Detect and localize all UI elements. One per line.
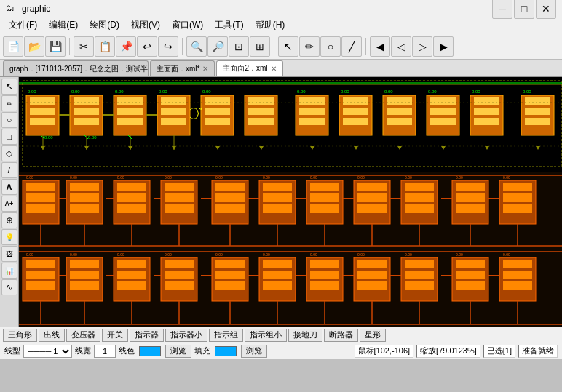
component-transformer[interactable]: 变压器 [66, 329, 100, 342]
svg-rect-103 [117, 193, 146, 202]
svg-rect-98 [70, 183, 99, 191]
tool-light[interactable]: 💡 [1, 229, 17, 245]
select-button[interactable]: ↖ [278, 36, 298, 57]
svg-text:0.00: 0.00 [70, 175, 77, 180]
svg-rect-210 [456, 271, 485, 279]
component-ground-knife[interactable]: 接地刀 [288, 329, 322, 342]
component-indicator-group-small[interactable]: 指示组小 [245, 329, 287, 342]
svg-text:0.00: 0.00 [263, 252, 270, 257]
menu-item-T[interactable]: 工具(T) [209, 17, 249, 33]
component-indicator[interactable]: 指示器 [130, 329, 164, 342]
component-switch[interactable]: 开关 [102, 329, 128, 342]
component-outline[interactable]: 出线 [39, 329, 65, 342]
tab-close-2[interactable]: ✕ [271, 65, 277, 73]
new-button[interactable]: 📄 [3, 36, 23, 57]
close-button[interactable]: ✕ [536, 0, 556, 19]
tool-cross[interactable]: ⊕ [1, 212, 17, 228]
svg-text:0.00: 0.00 [26, 175, 33, 180]
linetype-select[interactable]: ──── 1 [23, 345, 72, 358]
redo-button[interactable]: ↪ [158, 36, 178, 57]
forward-button[interactable]: ▷ [412, 36, 432, 57]
svg-rect-26 [161, 108, 186, 115]
tool-wave[interactable]: ∿ [1, 279, 17, 295]
tool-chart[interactable]: 📊 [1, 263, 17, 279]
component-star[interactable]: 星形 [360, 329, 386, 342]
svg-rect-128 [405, 204, 434, 213]
tool-select[interactable]: ↖ [1, 79, 17, 95]
tool-rect[interactable]: □ [1, 129, 17, 145]
svg-rect-203 [357, 281, 387, 290]
toolbar-file-group: 📄 📂 💾 [3, 36, 66, 57]
tool-diamond[interactable]: ◇ [1, 145, 17, 161]
svg-rect-38 [248, 118, 274, 125]
tool-text-large[interactable]: A+ [1, 196, 17, 212]
menu-item-V[interactable]: 视图(V) [125, 17, 166, 33]
svg-rect-41 [299, 108, 325, 115]
svg-rect-195 [263, 281, 292, 290]
svg-rect-7 [30, 108, 55, 115]
svg-rect-31 [205, 97, 230, 105]
tab-2[interactable]: 主面面2．xml ✕ [216, 60, 282, 76]
menu-item-W[interactable]: 窗口(W) [166, 17, 209, 33]
toolbar-sep-4 [365, 38, 366, 55]
component-indicator-small[interactable]: 指示器小 [165, 329, 207, 342]
maximize-button[interactable]: □ [514, 0, 534, 19]
prev-button[interactable]: ◀ [370, 36, 390, 57]
svg-rect-182 [117, 271, 146, 279]
svg-rect-175 [26, 281, 55, 290]
menu-item-H[interactable]: 帮助(H) [250, 17, 291, 33]
component-triangle[interactable]: 三角形 [3, 329, 37, 342]
browse2-button[interactable]: 浏览 [241, 345, 267, 358]
line-button[interactable]: ╱ [341, 36, 362, 57]
draw-button[interactable]: ✏ [299, 36, 320, 57]
cut-button[interactable]: ✂ [74, 36, 94, 57]
back-button[interactable]: ◁ [391, 36, 411, 57]
fit-button[interactable]: ⊡ [229, 36, 249, 57]
toolbar-edit-group: ✂ 📋 📌 ↩ ↪ [74, 36, 178, 57]
tab-close-1[interactable]: ✕ [202, 65, 208, 73]
svg-rect-124 [357, 204, 387, 213]
shape-button[interactable]: ○ [320, 36, 341, 57]
toolbar-sep-2 [182, 38, 183, 55]
menu-item-F[interactable]: 文件(F) [3, 17, 43, 33]
browse1-button[interactable]: 浏览 [165, 345, 191, 358]
tab-0[interactable]: graph．[171013-2057]．纪念之图．测试半透明．xml ✕ [3, 60, 149, 76]
zoom-out-button[interactable]: 🔎 [207, 36, 228, 57]
tab-label-0: graph．[171013-2057]．纪念之图．测试半透明．xml [9, 64, 149, 74]
svg-text:0.00: 0.00 [428, 89, 437, 94]
linecolor-swatch[interactable] [139, 346, 161, 356]
next-button[interactable]: ▶ [433, 36, 454, 57]
tool-pen[interactable]: ✏ [1, 95, 17, 111]
linetype-label: 线型 [4, 345, 20, 356]
svg-rect-187 [165, 281, 194, 290]
svg-text:0.00: 0.00 [165, 252, 172, 257]
title-bar: 🗂 graphic ─ □ ✕ [0, 0, 562, 17]
copy-button[interactable]: 📋 [95, 36, 115, 57]
component-indicator-group[interactable]: 指示组 [209, 329, 243, 342]
svg-rect-135 [503, 193, 532, 202]
tab-1[interactable]: 主面面．xml* ✕ [150, 60, 215, 76]
svg-rect-107 [165, 193, 194, 202]
svg-rect-14 [74, 118, 99, 125]
svg-rect-126 [405, 183, 434, 191]
tool-text[interactable]: A [1, 179, 17, 195]
save-button[interactable]: 💾 [45, 36, 66, 57]
fill-swatch[interactable] [215, 346, 237, 356]
svg-rect-198 [310, 271, 339, 279]
minimize-button[interactable]: ─ [492, 0, 512, 19]
zoom-in-button[interactable]: 🔍 [186, 36, 207, 57]
tool-circle[interactable]: ○ [1, 112, 17, 128]
tool-line[interactable]: / [1, 162, 17, 178]
open-button[interactable]: 📂 [24, 36, 44, 57]
tool-image[interactable]: 🖼 [1, 246, 17, 262]
linewidth-input[interactable] [94, 345, 116, 358]
svg-rect-47 [343, 118, 368, 125]
svg-rect-209 [456, 260, 485, 268]
menu-item-D[interactable]: 绘图(D) [84, 17, 125, 33]
menu-item-E[interactable]: 编辑(E) [43, 17, 84, 33]
canvas-area[interactable]: 0.00 0.00 0.00 0.00 0.00 [19, 77, 562, 327]
grid-button[interactable]: ⊞ [250, 36, 270, 57]
paste-button[interactable]: 📌 [116, 36, 136, 57]
component-breaker[interactable]: 断路器 [324, 329, 358, 342]
undo-button[interactable]: ↩ [137, 36, 157, 57]
